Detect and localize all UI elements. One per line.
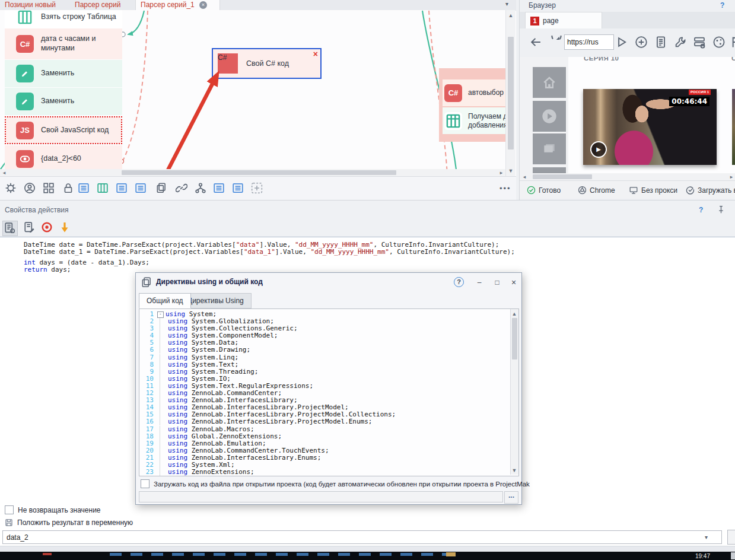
help-icon[interactable]: ? [699,206,703,214]
site-layers-button[interactable] [533,133,566,164]
tabs-dropdown-icon[interactable]: ▾ [505,1,508,7]
tab-common-code[interactable]: Общий код [139,293,191,308]
status-proxy[interactable]: Без прокси [629,186,677,195]
using-code-editor[interactable]: 1 - using System; 2 using System.Globali… [139,308,519,476]
close-tab-icon[interactable]: × [199,1,207,9]
next-video-thumbnail[interactable] [732,89,735,165]
scroll-left-icon[interactable]: ◂ [1,169,7,176]
result-variable-input[interactable] [2,530,722,544]
list-icon[interactable] [116,182,128,194]
flowchart-canvas[interactable]: Взять строку Таблица C# дата с часами и … [0,10,505,169]
canvas-hscrollbar[interactable]: ◂ ▸ [0,169,505,176]
vscroll-thumb[interactable] [508,37,514,149]
gear-icon[interactable] [5,182,17,194]
scroll-right-icon[interactable]: ▸ [728,173,734,180]
pencil-icon [16,93,34,110]
list-icon[interactable] [135,182,147,194]
load-from-file-checkbox[interactable] [141,479,149,488]
browser-hscrollbar[interactable]: ◂ ▸ [520,173,735,180]
tools-icon[interactable] [674,36,687,49]
cookies-icon[interactable] [712,36,726,49]
action-condition-row[interactable]: {data_2}<60 [5,145,122,169]
url-input[interactable] [564,34,614,50]
file-path-input[interactable] [139,491,503,502]
storage-icon[interactable] [693,36,706,49]
settings-doc-icon[interactable] [2,221,18,236]
site-button-clipped[interactable] [533,167,566,173]
browse-button[interactable]: ... [504,491,518,504]
play-overlay-icon[interactable]: ▶ [590,141,607,158]
tab-pozicii-novyj[interactable]: Позиции новый [0,0,61,10]
back-icon[interactable] [529,36,542,49]
refresh-icon[interactable] [549,36,562,49]
list-icon[interactable] [213,182,225,194]
js-badge: JS [16,122,34,139]
close-icon[interactable]: × [313,50,318,58]
scroll-left-icon[interactable]: ◂ [521,173,527,180]
help-icon[interactable]: ? [720,1,724,9]
table-icon[interactable] [97,182,109,194]
play-icon[interactable] [615,36,628,49]
scroll-down-icon[interactable]: ▼ [511,467,517,474]
flow-node-custom-csharp[interactable]: C# Свой C# код × [212,48,322,79]
scroll-up-icon[interactable]: ▲ [511,310,517,317]
action-replace-row-1[interactable]: Заменить [5,60,122,87]
editor-vscrollbar[interactable]: ▲ ▼ [510,309,518,475]
tab-parser-serij-1[interactable]: Парсер серий_1 [135,0,220,10]
action-date-hours-row[interactable]: C# дата с часами и минутами [5,28,122,59]
help-icon[interactable]: ? [454,277,464,287]
edit-doc-icon[interactable] [23,221,37,235]
minimize-button[interactable]: – [473,277,486,288]
action-group[interactable]: C# автовыбор Получаем ддобавления [439,68,505,142]
hscroll-thumb[interactable] [122,170,396,175]
add-tab-icon[interactable] [635,36,648,49]
node-label: Свой C# код [246,59,289,68]
hscroll-thumb[interactable] [533,174,592,179]
list-icon[interactable] [78,182,90,194]
record-icon[interactable] [40,221,55,235]
grid-icon[interactable] [43,182,55,194]
pin-icon[interactable] [717,205,726,214]
load-from-file-label: Загружать код из файла при открытии прое… [154,481,530,488]
maximize-button[interactable]: □ [491,277,504,288]
code-line: 23 using ZennoExtensions; [139,469,518,476]
video-thumbnail[interactable]: РОССИЯ 1 00:46:44 ▶ [583,89,717,165]
browser-viewport[interactable]: СЕРИЯ 10 С РОССИЯ 1 00:46:44 ▶ [520,57,735,173]
canvas-vscrollbar[interactable]: ▲ ▼ [505,10,516,176]
link-icon[interactable] [176,182,187,194]
list-icon[interactable] [232,182,244,194]
more-button[interactable]: ••• [499,184,511,193]
group-card-autoselect[interactable]: C# автовыбор [443,79,505,106]
load-from-file-option[interactable]: Загружать код из файла при открытии прое… [141,479,530,488]
status-engine[interactable]: Chrome [578,186,615,195]
vscroll-thumb[interactable] [512,318,517,359]
tab-parser-serij[interactable]: Парсер серий [70,0,125,10]
copy-icon[interactable] [155,182,167,194]
account-icon[interactable] [24,182,36,194]
show-desktop-button[interactable] [731,552,735,559]
no-return-checkbox[interactable] [5,505,14,514]
flag-icon[interactable] [731,36,735,49]
page-code-icon[interactable] [654,36,667,49]
branch-icon[interactable] [195,182,206,194]
scroll-right-icon[interactable]: ▸ [498,169,504,176]
site-player-button[interactable] [533,101,566,132]
variable-dropdown-icon[interactable]: ▾ [705,534,708,540]
browser-tab-page[interactable]: 1 page [525,12,602,29]
site-home-button[interactable] [533,67,566,98]
status-load-all[interactable]: Загружать все [686,186,735,195]
no-return-option[interactable]: Не возвращать значение [5,505,101,514]
action-take-table-row[interactable]: Взять строку Таблица [5,10,122,28]
lock-icon[interactable] [62,182,74,194]
scroll-down-icon[interactable]: ▼ [508,167,514,174]
scroll-up-icon[interactable]: ▲ [508,12,514,19]
action-replace-row-2[interactable]: Заменить [5,88,122,115]
action-js-code-row[interactable]: JS Свой JavaScript код [5,116,122,144]
selection-icon[interactable] [251,182,263,194]
flowchart-pane: Позиции новый Парсер серий Парсер серий_… [0,0,516,200]
group-card-get-date[interactable]: Получаем ддобавления [443,107,505,134]
variable-browse-button[interactable] [727,530,735,545]
down-arrow-icon[interactable] [58,221,72,235]
close-button[interactable]: × [507,277,520,288]
zennoposter-window: Позиции новый Парсер серий Парсер серий_… [0,0,735,560]
